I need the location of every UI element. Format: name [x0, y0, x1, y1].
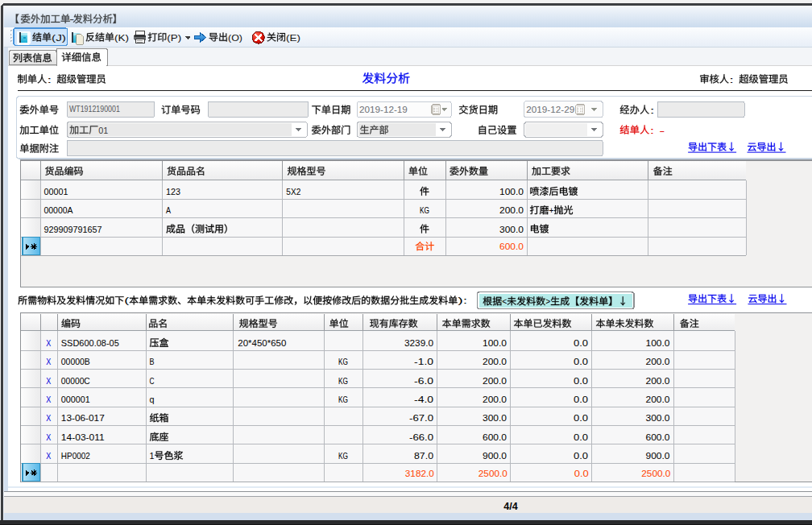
svg-text:-6.0: -6.0: [414, 376, 433, 386]
svg-text:A: A: [166, 205, 171, 215]
svg-text:X: X: [46, 413, 51, 423]
svg-text:200.0: 200.0: [646, 395, 670, 404]
svg-text:(E): (E): [286, 33, 300, 43]
svg-text:300.0: 300.0: [483, 413, 507, 423]
svg-text:600.0: 600.0: [483, 432, 507, 442]
svg-text:+: +: [549, 205, 554, 215]
svg-text:4/4: 4/4: [503, 501, 517, 512]
svg-text:600.0: 600.0: [499, 242, 524, 251]
svg-text::: :: [650, 105, 655, 115]
svg-text:-4.0: -4.0: [414, 395, 433, 404]
svg-text:(K): (K): [114, 33, 129, 43]
svg-text:200.0: 200.0: [499, 205, 524, 215]
svg-text:X: X: [46, 338, 51, 348]
svg-text:HP0002: HP0002: [61, 451, 90, 461]
svg-text:-1.0: -1.0: [414, 357, 433, 366]
svg-text:0.0: 0.0: [574, 357, 588, 366]
svg-text:: -: : -: [650, 125, 665, 135]
svg-text:0.0: 0.0: [574, 395, 588, 404]
svg-text:SSD600.08-05: SSD600.08-05: [61, 338, 119, 348]
svg-text:KG: KG: [338, 357, 348, 366]
svg-text:100.0: 100.0: [483, 338, 507, 348]
svg-text:300.0: 300.0: [646, 413, 670, 423]
svg-text:KG: KG: [338, 376, 348, 386]
svg-text:01: 01: [98, 126, 108, 135]
svg-text:000001: 000001: [61, 395, 90, 404]
svg-text:200.0: 200.0: [646, 357, 670, 366]
svg-text:200.0: 200.0: [483, 376, 507, 386]
svg-text:X: X: [46, 376, 51, 386]
svg-text:929909791657: 929909791657: [44, 225, 102, 234]
svg-text:2019-12-29: 2019-12-29: [526, 105, 574, 114]
svg-text:<: <: [502, 296, 507, 306]
svg-text:00000C: 00000C: [61, 376, 90, 386]
svg-text:123: 123: [166, 187, 180, 196]
svg-text:C: C: [150, 376, 155, 386]
svg-text:200.0: 200.0: [483, 357, 507, 366]
svg-text:300.0: 300.0: [499, 225, 524, 234]
svg-text:200.0: 200.0: [483, 395, 507, 404]
svg-text:-66.0: -66.0: [409, 432, 433, 442]
svg-text:100.0: 100.0: [499, 187, 524, 196]
svg-text:>: >: [545, 296, 550, 306]
svg-text:q: q: [150, 395, 155, 404]
svg-text:0.0: 0.0: [574, 432, 588, 442]
svg-text:0.0: 0.0: [574, 338, 588, 348]
svg-text:200.0: 200.0: [646, 376, 670, 386]
svg-text:(J): (J): [52, 33, 66, 43]
svg-text:KG: KG: [338, 395, 348, 404]
svg-text:):: ):: [458, 296, 467, 305]
svg-text:-67.0: -67.0: [409, 413, 433, 423]
svg-text:600.0: 600.0: [646, 432, 670, 442]
svg-text:3239.0: 3239.0: [404, 338, 433, 348]
svg-text:X: X: [46, 357, 51, 366]
svg-text:3182.0: 3182.0: [405, 469, 434, 478]
svg-text:0.0: 0.0: [574, 413, 588, 423]
svg-text:13-06-017: 13-06-017: [61, 413, 105, 423]
svg-text:14-03-011: 14-03-011: [61, 432, 105, 442]
svg-text:900.0: 900.0: [483, 451, 507, 461]
svg-text:2019-12-19: 2019-12-19: [359, 105, 408, 114]
svg-text:(O): (O): [228, 33, 242, 43]
svg-text:2500.0: 2500.0: [641, 469, 670, 478]
svg-text:WT1912190001: WT1912190001: [69, 104, 120, 114]
svg-text:(P): (P): [167, 33, 181, 43]
svg-text:X: X: [46, 432, 51, 442]
svg-text:2500.0: 2500.0: [478, 469, 508, 478]
svg-text:900.0: 900.0: [646, 451, 670, 461]
svg-text:00000B: 00000B: [61, 357, 90, 366]
svg-text:0.0: 0.0: [574, 376, 588, 386]
svg-text::: :: [47, 74, 56, 85]
svg-text:X: X: [46, 395, 51, 404]
svg-text:1: 1: [150, 451, 155, 461]
svg-text:KG: KG: [338, 451, 348, 461]
svg-text:5X2: 5X2: [286, 187, 300, 196]
svg-text:0.0: 0.0: [574, 451, 588, 461]
svg-text:00000A: 00000A: [44, 205, 73, 215]
svg-text:0.0: 0.0: [574, 469, 589, 478]
svg-text::: :: [729, 74, 739, 85]
svg-text:100.0: 100.0: [646, 338, 670, 348]
svg-text:00001: 00001: [44, 187, 68, 196]
svg-text:B: B: [150, 357, 155, 366]
svg-text:KG: KG: [420, 205, 429, 215]
svg-text:87.0: 87.0: [414, 451, 433, 461]
svg-text:(: (: [124, 296, 129, 305]
svg-text:X: X: [46, 451, 51, 461]
svg-text:20*450*650: 20*450*650: [238, 338, 286, 348]
svg-text:-: -: [69, 14, 74, 25]
